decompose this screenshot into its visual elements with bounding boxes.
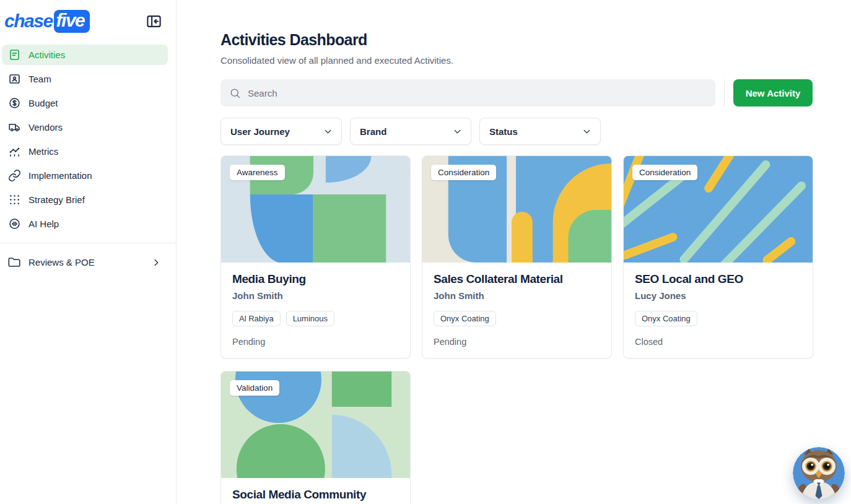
toolbar: New Activity — [220, 79, 813, 106]
filter-brand[interactable]: Brand — [350, 118, 471, 145]
card-title: Media Buying — [232, 272, 399, 286]
card-pattern-image: Consideration — [422, 156, 611, 263]
sidebar-header: chase five — [0, 7, 176, 35]
card-social-media-community[interactable]: Validation Social Media Community — [220, 371, 411, 504]
card-owner: John Smith — [434, 290, 600, 301]
chevron-down-icon — [582, 126, 592, 137]
sidebar-item-label: Vendors — [28, 122, 63, 133]
sidebar-item-metrics[interactable]: Metrics — [2, 141, 168, 162]
sidebar-item-label: Team — [28, 74, 51, 84]
new-activity-button[interactable]: New Activity — [733, 79, 813, 106]
search-input[interactable] — [247, 87, 707, 99]
card-pattern-image: Awareness — [221, 156, 410, 263]
card-title: SEO Local and GEO — [635, 272, 801, 286]
filter-label: Brand — [360, 126, 386, 137]
journey-badge: Validation — [230, 380, 279, 396]
card-owner: Lucy Jones — [635, 290, 801, 301]
sidebar-collapse-button[interactable] — [146, 13, 162, 30]
card-title: Sales Collateral Material — [434, 272, 600, 286]
filter-status[interactable]: Status — [479, 118, 601, 145]
filters-row: User Journey Brand Status — [220, 118, 813, 145]
journey-badge: Consideration — [632, 165, 697, 180]
sidebar-nav: Activities Team Budget Vendors Metrics I… — [0, 45, 176, 234]
sidebar-item-label: Metrics — [28, 146, 58, 157]
card-status: Closed — [635, 337, 801, 347]
sidebar-item-label: Activities — [28, 50, 65, 60]
card-sales-collateral-material[interactable]: Consideration Sales Collateral Material … — [422, 155, 612, 358]
sidebar-item-ai-help[interactable]: AI Help — [2, 214, 168, 234]
strategy-brief-icon — [8, 193, 21, 206]
sidebar-item-label: Budget — [28, 98, 58, 108]
sidebar-item-label: Implementation — [28, 170, 92, 181]
search-box — [220, 79, 715, 106]
brand-tag: Onyx Coating — [434, 311, 496, 326]
sidebar-item-implementation[interactable]: Implementation — [2, 165, 168, 186]
journey-badge: Consideration — [431, 165, 496, 180]
card-status: Pending — [434, 337, 600, 347]
cards-grid: Awareness Media Buying John Smith Al Rab… — [220, 155, 813, 504]
card-tags: Onyx Coating — [434, 311, 600, 326]
implementation-icon — [8, 169, 21, 182]
card-status: Pending — [232, 337, 399, 347]
chevron-right-icon — [151, 257, 162, 268]
card-title: Social Media Community — [232, 488, 399, 502]
folder-icon — [8, 256, 21, 269]
page-subtitle: Consolidated view of all planned and exe… — [220, 55, 813, 66]
page-title: Activities Dashboard — [220, 31, 813, 49]
sidebar-item-team[interactable]: Team — [2, 69, 168, 89]
chasefive-logo[interactable]: chase five — [4, 10, 90, 33]
sidebar-item-budget[interactable]: Budget — [2, 93, 168, 113]
vendors-icon — [8, 121, 21, 134]
owl-avatar — [793, 447, 845, 499]
card-tags: Al RabiyaLuminous — [232, 311, 399, 326]
card-pattern-image: Consideration — [624, 156, 813, 263]
app-window: chase five Activities Team Budget Vendor… — [0, 0, 851, 504]
card-pattern-image: Validation — [221, 371, 410, 478]
sidebar-item-reviews-poe[interactable]: Reviews & POE — [2, 252, 168, 272]
sidebar-item-label: Strategy Brief — [28, 194, 85, 205]
chevron-down-icon — [323, 126, 333, 137]
card-tags: Onyx Coating — [635, 311, 801, 326]
assistant-owl-button[interactable] — [793, 447, 845, 499]
sidebar-item-vendors[interactable]: Vendors — [2, 117, 168, 137]
filter-user-journey[interactable]: User Journey — [220, 118, 342, 145]
filter-label: User Journey — [230, 126, 290, 137]
team-icon — [8, 72, 21, 85]
logo-text-chase: chase — [4, 12, 53, 30]
sidebar: chase five Activities Team Budget Vendor… — [0, 0, 177, 504]
chevron-down-icon — [452, 126, 463, 137]
brand-tag: Al Rabiya — [232, 311, 281, 326]
brand-tag: Luminous — [286, 311, 334, 326]
sidebar-divider — [0, 243, 176, 243]
activities-icon — [8, 48, 21, 61]
collapse-sidebar-icon — [146, 22, 162, 32]
card-media-buying[interactable]: Awareness Media Buying John Smith Al Rab… — [220, 155, 411, 358]
filter-label: Status — [489, 126, 518, 137]
main-content: Activities Dashboard Consolidated view o… — [177, 0, 851, 504]
toolbar-divider — [724, 79, 725, 106]
journey-badge: Awareness — [230, 165, 285, 180]
sidebar-item-label: Reviews & POE — [28, 257, 95, 267]
logo-text-five: five — [54, 10, 90, 33]
card-owner: John Smith — [232, 290, 399, 301]
metrics-icon — [8, 145, 21, 158]
sidebar-item-activities[interactable]: Activities — [2, 45, 168, 65]
card-seo-local-and-geo[interactable]: Consideration SEO Local and GEO Lucy Jon… — [623, 155, 813, 358]
brand-tag: Onyx Coating — [635, 311, 697, 326]
sidebar-item-strategy-brief[interactable]: Strategy Brief — [2, 189, 168, 210]
ai-help-icon — [8, 217, 21, 230]
sidebar-item-label: AI Help — [28, 219, 59, 229]
budget-icon — [8, 97, 21, 110]
search-icon — [229, 87, 241, 99]
